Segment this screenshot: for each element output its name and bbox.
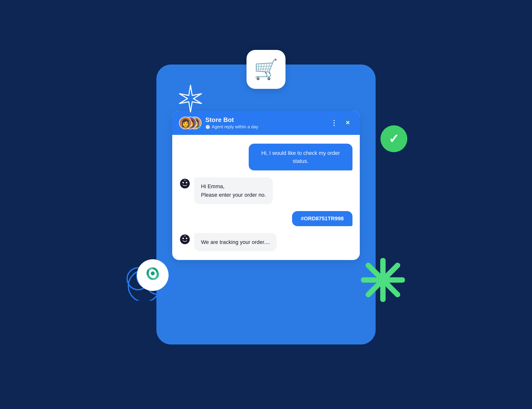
check-circle-decoration: ✓ [380,125,407,152]
svg-point-7 [186,238,187,239]
asterisk-decoration [361,258,405,308]
close-button[interactable]: ✕ [342,118,353,128]
avatar-group: 👩 👩 👩 [179,117,201,129]
clock-icon: 🕐 [205,125,210,129]
bot-status: 🕐 Agent reply within a day [205,124,331,130]
bot-message-1: Hi Emma,Please enter your order no. [180,177,352,204]
avatar-1: 👩 [179,117,192,129]
cart-icon: 🛒 [247,50,285,89]
svg-point-14 [151,271,155,275]
user-bubble-1: Hi, I would like to check my order statu… [249,144,352,170]
bot-name: Store Bot [205,116,331,124]
main-card: 🛒 👩 👩 👩 Store Bot 🕐 [156,65,376,344]
sparkle-decoration [176,84,205,113]
user-message-2-order: #ORD8751TR998 [180,211,352,226]
online-indicator [198,126,200,129]
order-bubble: #ORD8751TR998 [292,211,352,226]
chat-header-info: Store Bot 🕐 Agent reply within a day [205,116,331,130]
user-message-1: Hi, I would like to check my order statu… [180,144,352,170]
svg-point-2 [186,182,187,183]
more-options-button[interactable]: ⋮ [331,119,338,127]
openai-badge [137,259,169,291]
chat-window: 👩 👩 👩 Store Bot 🕐 Agent reply within a d… [172,111,360,260]
bot-bubble-1: Hi Emma,Please enter your order no. [194,177,273,204]
chat-header-actions: ⋮ ✕ [331,118,353,128]
chat-header: 👩 👩 👩 Store Bot 🕐 Agent reply within a d… [172,111,360,135]
bot-avatar-icon [180,178,190,189]
chat-body: Hi, I would like to check my order statu… [172,135,360,260]
bot-message-2: We are tracking your order.... [180,233,352,251]
check-icon: ✓ [389,131,399,146]
openai-logo-icon [144,265,161,285]
svg-point-6 [182,238,184,239]
svg-point-1 [182,182,184,183]
bot-bubble-2: We are tracking your order.... [194,233,277,251]
bot-avatar-icon-2 [180,234,190,245]
